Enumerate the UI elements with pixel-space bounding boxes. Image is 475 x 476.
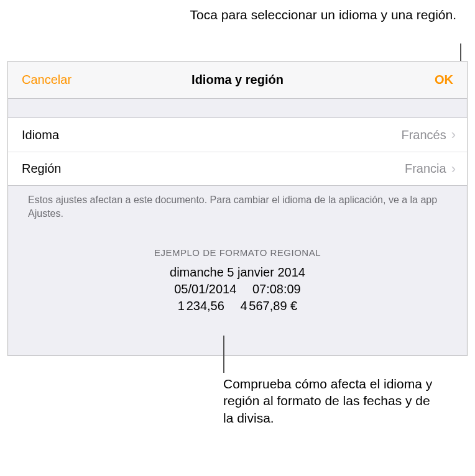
chevron-right-icon: › [451,128,456,142]
row-region-value: Francia [405,162,446,176]
chevron-right-icon: › [451,162,456,176]
panel-title: Idioma y región [191,73,284,87]
callout-bottom: Comprueba cómo afecta el idioma y región… [223,375,435,426]
row-region[interactable]: Región Francia › [8,152,467,185]
panel-header: Cancelar Idioma y región OK [8,62,467,99]
row-idioma-label: Idioma [22,128,59,142]
callout-bottom-leader [223,336,224,373]
callout-top: Toca para seleccionar un idioma y una re… [190,6,456,23]
footer-note: Estos ajustes afectan a este documento. … [8,186,467,220]
row-idioma-value: Francés [401,128,446,142]
example-line-date-long: dimanche 5 janvier 2014 [8,264,467,281]
example-line-numbers: 1 234,56 4 567,89 € [8,298,467,314]
example-section: EJEMPLO DE FORMATO REGIONAL dimanche 5 j… [8,247,467,314]
row-idioma[interactable]: Idioma Francés › [8,118,467,152]
ok-button[interactable]: OK [435,73,453,87]
settings-list: Idioma Francés › Región Francia › [8,117,467,186]
cancel-button[interactable]: Cancelar [22,73,71,87]
language-region-panel: Cancelar Idioma y región OK Idioma Franc… [7,61,468,356]
example-line-date-time: 05/01/2014 07:08:09 [8,281,467,298]
example-header: EJEMPLO DE FORMATO REGIONAL [8,247,467,258]
row-region-label: Región [22,162,61,176]
